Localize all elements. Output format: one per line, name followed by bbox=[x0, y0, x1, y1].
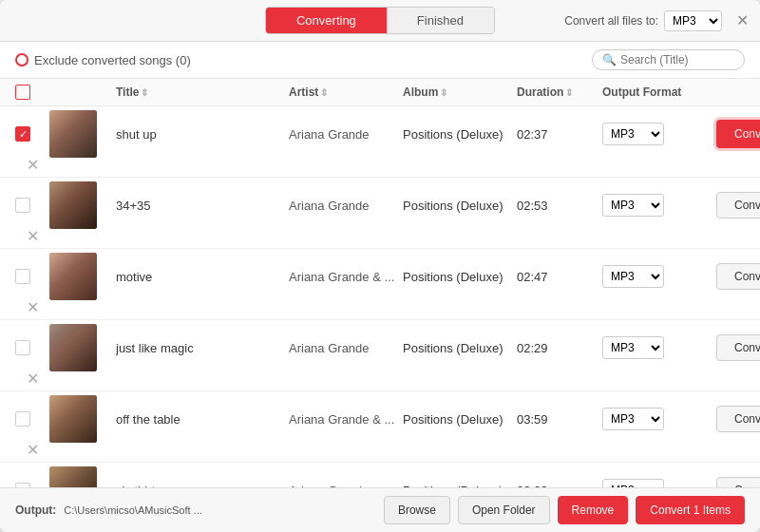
track-artist-3: Ariana Grande & ... bbox=[289, 270, 403, 284]
track-thumbnail-2 bbox=[49, 181, 97, 229]
format-select-3[interactable]: MP3AACFLACWAV bbox=[602, 265, 664, 288]
track-album-4: Positions (Deluxe) bbox=[403, 341, 517, 355]
format-cell-4: MP3AACFLACWAV bbox=[602, 336, 716, 359]
table-header: Title ⇕ Artist ⇕ Album ⇕ Duration ⇕ Outp… bbox=[0, 79, 760, 106]
artist-sort-icon: ⇕ bbox=[320, 87, 328, 98]
header-checkbox[interactable] bbox=[15, 85, 30, 100]
track-duration-4: 02:29 bbox=[517, 341, 602, 355]
row-checkbox-6[interactable] bbox=[15, 483, 30, 487]
format-select-2[interactable]: MP3AACFLACWAV bbox=[602, 194, 664, 217]
album-sort-icon: ⇕ bbox=[440, 87, 447, 98]
search-box[interactable]: 🔍 bbox=[592, 49, 745, 70]
exclude-label-text: Exclude converted songs (0) bbox=[34, 53, 191, 67]
remove-row-button-5[interactable]: ✕ bbox=[15, 443, 49, 458]
browse-button[interactable]: Browse bbox=[384, 496, 450, 524]
track-thumbnail-4 bbox=[49, 324, 97, 371]
toolbar: Exclude converted songs (0) 🔍 bbox=[0, 42, 760, 79]
track-thumbnail-1 bbox=[49, 110, 97, 158]
track-thumbnail-6 bbox=[49, 466, 97, 487]
track-artist-2: Ariana Grande bbox=[289, 199, 403, 213]
format-select-6[interactable]: MP3AACFLACWAV bbox=[602, 479, 664, 487]
format-select-5[interactable]: MP3AACFLACWAV bbox=[602, 408, 664, 430]
output-label: Output: bbox=[15, 504, 56, 517]
track-album-2: Positions (Deluxe) bbox=[403, 199, 517, 213]
track-album-1: Positions (Deluxe) bbox=[403, 127, 517, 142]
track-duration-1: 02:37 bbox=[517, 127, 602, 142]
col-title[interactable]: Title ⇕ bbox=[116, 86, 289, 99]
title-bar: Converting Finished Convert all files to… bbox=[0, 0, 760, 42]
track-title-5: off the table bbox=[116, 412, 289, 427]
track-title-4: just like magic bbox=[116, 341, 289, 355]
track-title-6: six thirty bbox=[116, 484, 289, 488]
bottom-bar: Output: C:\Users\micso\AMusicSoft ... Br… bbox=[0, 487, 760, 532]
exclude-section: Exclude converted songs (0) bbox=[15, 53, 191, 67]
col-output-format: Output Format bbox=[602, 86, 716, 99]
table-row: off the table Ariana Grande & ... Positi… bbox=[0, 391, 760, 463]
track-album-5: Positions (Deluxe) bbox=[403, 412, 517, 427]
track-duration-6: 03:03 bbox=[517, 484, 602, 488]
format-cell-6: MP3AACFLACWAV bbox=[602, 479, 716, 487]
open-folder-button[interactable]: Open Folder bbox=[458, 496, 550, 524]
row-checkbox-3[interactable] bbox=[15, 269, 30, 284]
format-cell-2: MP3AACFLACWAV bbox=[602, 194, 716, 217]
convert-all-format-select[interactable]: MP3 AAC FLAC WAV bbox=[664, 10, 722, 31]
track-artist-4: Ariana Grande bbox=[289, 341, 403, 355]
row-checkbox-2[interactable] bbox=[15, 198, 30, 213]
format-cell-1: MP3AACFLACWAV bbox=[602, 123, 716, 145]
convert-all-label: Convert all files to: bbox=[564, 14, 658, 28]
tab-group: Converting Finished bbox=[265, 7, 495, 34]
convert-button-5[interactable]: Convert bbox=[716, 406, 760, 432]
col-artist[interactable]: Artist ⇕ bbox=[289, 86, 403, 99]
main-window: Converting Finished Convert all files to… bbox=[0, 0, 760, 532]
row-checkbox-4[interactable] bbox=[15, 340, 30, 355]
remove-button[interactable]: Remove bbox=[558, 496, 629, 524]
track-title-1: shut up bbox=[116, 127, 289, 142]
col-album[interactable]: Album ⇕ bbox=[403, 86, 517, 99]
search-icon: 🔍 bbox=[602, 53, 617, 66]
format-select-4[interactable]: MP3AACFLACWAV bbox=[602, 336, 664, 359]
tab-converting[interactable]: Converting bbox=[266, 8, 387, 33]
convert-button-6[interactable]: Convert bbox=[716, 477, 760, 487]
remove-row-button-3[interactable]: ✕ bbox=[15, 300, 49, 315]
format-cell-5: MP3AACFLACWAV bbox=[602, 408, 716, 430]
track-thumbnail-3 bbox=[49, 253, 97, 300]
row-checkbox-5[interactable] bbox=[15, 411, 30, 427]
remove-row-button-4[interactable]: ✕ bbox=[15, 371, 49, 387]
track-duration-5: 03:59 bbox=[517, 412, 602, 427]
title-sort-icon: ⇕ bbox=[141, 87, 148, 98]
search-input[interactable] bbox=[620, 53, 734, 66]
track-album-6: Positions (Deluxe) bbox=[403, 484, 517, 488]
format-cell-3: MP3AACFLACWAV bbox=[602, 265, 716, 288]
table-wrapper: ✓ shut up Ariana Grande Positions (Delux… bbox=[0, 106, 760, 487]
table-row: 34+35 Ariana Grande Positions (Deluxe) 0… bbox=[0, 178, 760, 249]
remove-row-button-2[interactable]: ✕ bbox=[15, 229, 49, 244]
exclude-circle-icon bbox=[15, 53, 28, 66]
track-artist-6: Ariana Grande bbox=[289, 484, 403, 488]
table-row: ✓ shut up Ariana Grande Positions (Delux… bbox=[0, 106, 760, 178]
format-select-1[interactable]: MP3AACFLACWAV bbox=[602, 123, 664, 145]
track-title-3: motive bbox=[116, 270, 289, 284]
track-title-2: 34+35 bbox=[116, 199, 289, 213]
table-row: motive Ariana Grande & ... Positions (De… bbox=[0, 249, 760, 320]
track-duration-2: 02:53 bbox=[517, 199, 602, 213]
table-row: six thirty Ariana Grande Positions (Delu… bbox=[0, 463, 760, 487]
col-duration[interactable]: Duration ⇕ bbox=[517, 86, 602, 99]
convert-button-2[interactable]: Convert bbox=[716, 192, 760, 218]
convert-button-1[interactable]: Convert bbox=[716, 120, 760, 148]
convert-all-section: Convert all files to: MP3 AAC FLAC WAV bbox=[564, 10, 722, 31]
output-path: C:\Users\micso\AMusicSoft ... bbox=[64, 504, 376, 516]
remove-row-button-1[interactable]: ✕ bbox=[15, 158, 49, 173]
duration-sort-icon: ⇕ bbox=[565, 87, 573, 98]
track-album-3: Positions (Deluxe) bbox=[403, 270, 517, 284]
convert-button-3[interactable]: Convert bbox=[716, 263, 760, 290]
table-row: just like magic Ariana Grande Positions … bbox=[0, 320, 760, 391]
table-body: ✓ shut up Ariana Grande Positions (Delux… bbox=[0, 106, 760, 487]
track-artist-5: Ariana Grande & ... bbox=[289, 412, 403, 427]
row-checkbox-1[interactable]: ✓ bbox=[15, 126, 30, 142]
convert-items-button[interactable]: Convert 1 Items bbox=[636, 496, 745, 524]
track-thumbnail-5 bbox=[49, 395, 97, 443]
close-button[interactable]: ✕ bbox=[736, 13, 749, 28]
tab-finished[interactable]: Finished bbox=[387, 8, 494, 33]
track-artist-1: Ariana Grande bbox=[289, 127, 403, 142]
convert-button-4[interactable]: Convert bbox=[716, 334, 760, 361]
